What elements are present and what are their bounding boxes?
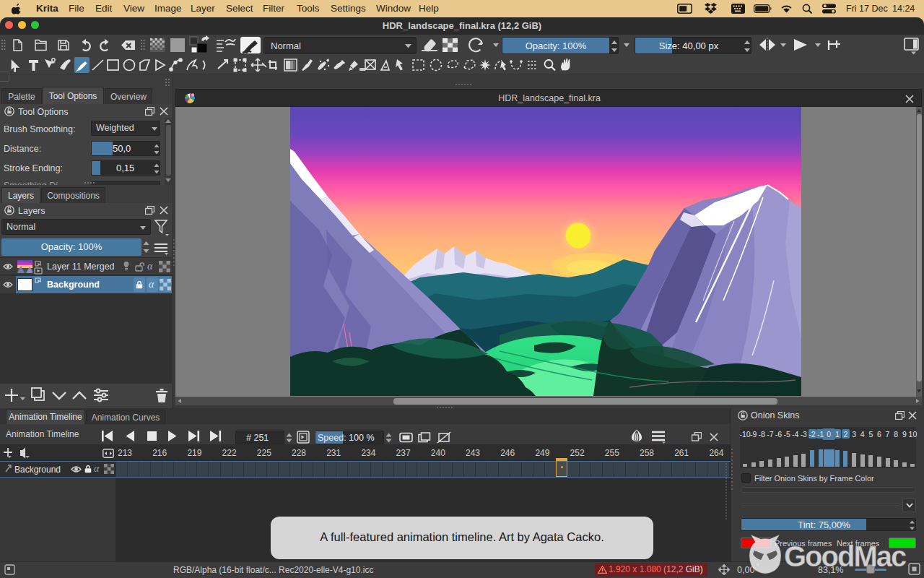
svg-text:GoodMac: GoodMac [784,540,907,572]
